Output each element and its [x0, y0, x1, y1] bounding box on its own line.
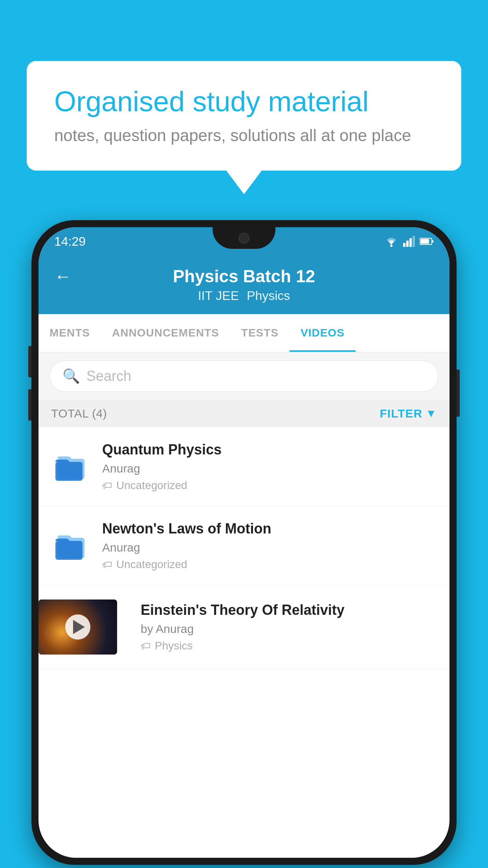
- status-icons: [384, 236, 434, 247]
- speech-bubble-tail: [226, 171, 262, 194]
- status-time: 14:29: [54, 234, 86, 249]
- filter-icon: ▼: [426, 407, 437, 420]
- play-triangle-icon: [73, 620, 85, 634]
- list-item[interactable]: Newton's Laws of Motion Anurag 🏷 Uncateg…: [39, 506, 449, 585]
- tab-announcements[interactable]: ANNOUNCEMENTS: [101, 314, 230, 352]
- svg-rect-11: [55, 541, 83, 560]
- notch: [213, 227, 275, 249]
- tag-icon: 🏷: [102, 559, 112, 571]
- video-thumbnail: [39, 600, 117, 655]
- video-author: Anurag: [102, 541, 437, 554]
- video-title: Quantum Physics: [102, 441, 437, 458]
- back-button[interactable]: ←: [54, 267, 72, 286]
- svg-rect-4: [413, 236, 415, 247]
- list-item[interactable]: Einstein's Theory Of Relativity by Anura…: [39, 585, 449, 669]
- filter-bar: TOTAL (4) FILTER ▼: [39, 400, 449, 427]
- video-author: by Anurag: [141, 622, 437, 636]
- video-tag: 🏷 Uncategorized: [102, 479, 437, 492]
- svg-rect-6: [432, 240, 433, 243]
- video-title: Newton's Laws of Motion: [102, 520, 437, 537]
- tag-icon: 🏷: [141, 640, 151, 652]
- folder-icon: [54, 450, 88, 484]
- speech-bubble-title: Organised study material: [54, 85, 434, 118]
- header-subtitle-iitjee: IIT JEE: [198, 289, 239, 303]
- video-info: Einstein's Theory Of Relativity by Anura…: [141, 602, 437, 652]
- tab-tests[interactable]: TESTS: [230, 314, 290, 352]
- list-item[interactable]: Quantum Physics Anurag 🏷 Uncategorized: [39, 427, 449, 506]
- video-info: Newton's Laws of Motion Anurag 🏷 Uncateg…: [102, 520, 437, 571]
- phone-frame: 14:29: [31, 220, 457, 865]
- folder-icon-container: [51, 526, 90, 565]
- signal-icon: [403, 236, 415, 247]
- phone-body: 14:29: [31, 220, 457, 865]
- svg-rect-1: [403, 243, 405, 247]
- filter-label: FILTER: [380, 407, 423, 420]
- search-bar[interactable]: 🔍 Search: [50, 360, 438, 392]
- tag-label: Uncategorized: [116, 479, 187, 492]
- video-title: Einstein's Theory Of Relativity: [141, 602, 437, 618]
- svg-rect-3: [409, 238, 412, 247]
- folder-icon-container: [51, 447, 90, 486]
- front-camera: [238, 233, 250, 244]
- power-button: [457, 370, 460, 417]
- author-prefix: by Anurag: [141, 622, 194, 635]
- video-tag: 🏷 Uncategorized: [102, 558, 437, 571]
- volume-up-button: [28, 346, 31, 377]
- tag-label: Physics: [155, 640, 193, 652]
- video-tag: 🏷 Physics: [141, 640, 437, 652]
- phone-screen: 14:29: [39, 227, 449, 858]
- svg-rect-7: [420, 239, 429, 244]
- header-row: ← Physics Batch 12: [54, 267, 434, 286]
- total-count-label: TOTAL (4): [51, 407, 107, 420]
- page-title: Physics Batch 12: [173, 267, 315, 286]
- speech-bubble-subtitle: notes, question papers, solutions all at…: [54, 126, 434, 145]
- tab-videos[interactable]: VIDEOS: [290, 314, 356, 352]
- tag-icon: 🏷: [102, 480, 112, 492]
- app-header: ← Physics Batch 12 IIT JEE Physics: [39, 256, 449, 314]
- video-author: Anurag: [102, 462, 437, 475]
- video-list: Quantum Physics Anurag 🏷 Uncategorized: [39, 427, 449, 669]
- folder-icon: [54, 529, 88, 563]
- tab-ments[interactable]: MENTS: [39, 314, 101, 352]
- filter-button[interactable]: FILTER ▼: [380, 407, 437, 420]
- battery-icon: [420, 237, 434, 245]
- search-icon: 🔍: [62, 368, 80, 384]
- wifi-icon: [384, 236, 398, 247]
- header-subtitle: IIT JEE Physics: [198, 289, 290, 303]
- volume-down-button: [28, 389, 31, 421]
- tag-label: Uncategorized: [116, 558, 187, 571]
- speech-bubble-card: Organised study material notes, question…: [27, 61, 461, 171]
- search-input[interactable]: Search: [86, 368, 131, 384]
- tabs-bar: MENTS ANNOUNCEMENTS TESTS VIDEOS: [39, 314, 449, 353]
- svg-rect-2: [406, 241, 409, 247]
- play-button[interactable]: [65, 614, 90, 640]
- video-info: Quantum Physics Anurag 🏷 Uncategorized: [102, 441, 437, 492]
- svg-rect-9: [55, 462, 83, 481]
- search-container: 🔍 Search: [39, 353, 449, 400]
- svg-point-0: [390, 245, 393, 247]
- speech-bubble-section: Organised study material notes, question…: [27, 61, 461, 194]
- status-bar: 14:29: [39, 227, 449, 256]
- header-subtitle-physics: Physics: [247, 289, 290, 303]
